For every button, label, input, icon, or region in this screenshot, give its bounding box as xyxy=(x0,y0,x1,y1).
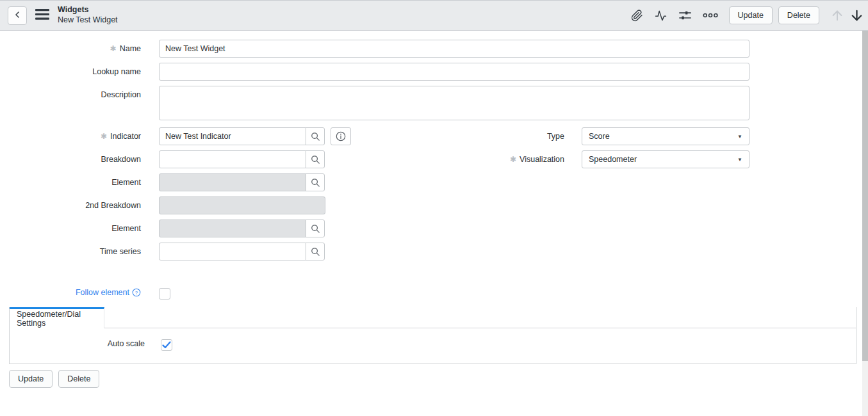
delete-button-footer[interactable]: Delete xyxy=(58,370,99,388)
record-title: New Test Widget xyxy=(58,15,118,26)
required-icon: ✱ xyxy=(510,155,516,164)
tab-strip-filler xyxy=(104,307,856,328)
breakdown-input[interactable] xyxy=(159,150,306,168)
form-footer: Update Delete xyxy=(9,370,856,388)
field-row-lookup-name: Lookup name xyxy=(0,63,856,81)
search-icon xyxy=(311,155,320,164)
time-series-input[interactable] xyxy=(159,243,306,260)
indicator-search-button[interactable] xyxy=(306,127,325,145)
visualization-selected-value: Speedometer xyxy=(589,155,637,164)
field-row-indicator-type: ✱Indicator Type Score ▼ xyxy=(0,127,856,145)
chevron-left-icon xyxy=(12,10,22,22)
info-icon xyxy=(336,131,346,141)
search-icon xyxy=(311,178,320,188)
settings-tab-section: Speedometer/Dial Settings Auto scale xyxy=(9,307,856,364)
scrollbar-thumb[interactable] xyxy=(862,31,868,361)
field-row-element-2: Element xyxy=(0,220,856,237)
description-label: Description xyxy=(0,86,141,99)
time-series-label: Time series xyxy=(0,243,141,256)
field-row-breakdown-visualization: Breakdown ✱Visualization Speedometer ▼ xyxy=(0,150,856,168)
field-row-element: Element xyxy=(0,173,856,191)
element-input xyxy=(159,173,306,191)
activity-stream-icon[interactable] xyxy=(654,10,667,22)
type-selected-value: Score xyxy=(589,132,610,141)
svg-text:?: ? xyxy=(135,290,138,296)
tab-strip: Speedometer/Dial Settings xyxy=(10,307,856,328)
auto-scale-checkbox[interactable] xyxy=(161,339,172,351)
update-button-footer[interactable]: Update xyxy=(9,370,53,388)
move-up-icon[interactable] xyxy=(830,8,844,22)
visualization-label: ✱Visualization xyxy=(510,150,564,164)
element-2-search-button[interactable] xyxy=(306,220,325,237)
header-toolbar: Update Delete xyxy=(631,6,864,24)
field-row-second-breakdown: 2nd Breakdown xyxy=(0,196,856,214)
paperclip-icon[interactable] xyxy=(631,10,643,22)
description-textarea[interactable] xyxy=(159,86,749,120)
check-icon xyxy=(162,341,171,349)
search-icon xyxy=(311,132,320,141)
header-titles: Widgets New Test Widget xyxy=(58,5,118,25)
element-label: Element xyxy=(0,173,141,187)
field-row-description: Description xyxy=(0,86,856,120)
tab-content: Auto scale xyxy=(10,328,856,364)
lookup-name-label: Lookup name xyxy=(0,63,141,76)
second-breakdown-input xyxy=(159,196,325,214)
record-form-page: Widgets New Test Widget Update Delete xyxy=(0,0,868,416)
vertical-scrollbar[interactable] xyxy=(862,31,868,416)
follow-element-link[interactable]: Follow element ? xyxy=(0,287,141,297)
type-label: Type xyxy=(547,127,564,141)
indicator-info-button[interactable] xyxy=(331,127,351,145)
time-series-search-button[interactable] xyxy=(306,243,325,260)
required-icon: ✱ xyxy=(101,132,107,141)
personalize-sliders-icon[interactable] xyxy=(678,10,692,22)
hamburger-menu-icon xyxy=(35,9,49,22)
follow-element-checkbox[interactable] xyxy=(159,288,170,300)
move-down-icon[interactable] xyxy=(849,8,864,23)
type-select[interactable]: Score ▼ xyxy=(582,127,749,145)
required-icon: ✱ xyxy=(110,44,117,53)
auto-scale-label: Auto scale xyxy=(10,338,145,348)
breadcrumb: Widgets xyxy=(58,5,118,15)
form-body: ✱Name Lookup name Description ✱Indicator… xyxy=(0,31,856,388)
element-2-input xyxy=(159,220,306,237)
field-row-follow-element: Follow element ? xyxy=(0,287,856,300)
visualization-select[interactable]: Speedometer ▼ xyxy=(582,150,749,168)
lookup-name-input[interactable] xyxy=(159,63,749,81)
tab-label: Speedometer/Dial Settings xyxy=(17,310,104,328)
field-row-name: ✱Name xyxy=(0,40,856,58)
context-menu-button[interactable] xyxy=(35,9,49,22)
indicator-input[interactable] xyxy=(159,127,306,145)
update-button[interactable]: Update xyxy=(729,6,773,24)
more-options-icon[interactable] xyxy=(703,12,718,19)
breakdown-search-button[interactable] xyxy=(306,150,325,168)
element-2-label: Element xyxy=(0,220,141,233)
tab-speedometer-dial-settings[interactable]: Speedometer/Dial Settings xyxy=(10,307,104,328)
back-button[interactable] xyxy=(8,6,27,25)
indicator-label: ✱Indicator xyxy=(0,127,141,141)
breakdown-label: Breakdown xyxy=(0,150,141,164)
chevron-down-icon: ▼ xyxy=(737,134,742,140)
second-breakdown-label: 2nd Breakdown xyxy=(0,196,141,210)
name-input[interactable] xyxy=(159,40,749,58)
search-icon xyxy=(311,224,320,234)
search-icon xyxy=(311,247,320,257)
name-label: ✱Name xyxy=(0,40,141,53)
form-header: Widgets New Test Widget Update Delete xyxy=(0,0,868,31)
help-icon: ? xyxy=(132,288,141,297)
delete-button[interactable]: Delete xyxy=(778,6,819,24)
element-search-button[interactable] xyxy=(306,173,325,191)
chevron-down-icon: ▼ xyxy=(737,157,742,163)
field-row-time-series: Time series xyxy=(0,243,856,260)
